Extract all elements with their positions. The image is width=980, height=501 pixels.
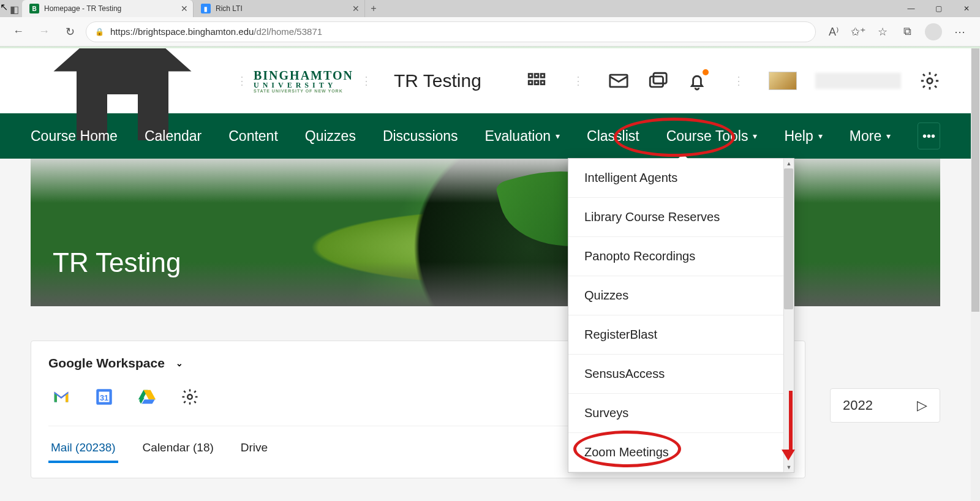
nav-discussions[interactable]: Discussions	[383, 128, 458, 145]
url-path: /d2l/home/53871	[254, 26, 322, 37]
google-drive-icon[interactable]	[137, 386, 157, 407]
collections-icon[interactable]: ⧉	[900, 25, 914, 39]
nav-course-tools[interactable]: Course Tools▾	[666, 128, 758, 145]
banner-title: TR Testing	[53, 247, 181, 278]
chevron-down-icon: ▾	[818, 131, 823, 141]
profile-avatar-icon[interactable]	[925, 23, 942, 40]
dropdown-item[interactable]: Surveys	[568, 394, 794, 433]
svg-rect-0	[529, 74, 532, 78]
gmail-icon[interactable]	[51, 386, 72, 407]
chevron-down-icon: ▾	[886, 131, 891, 141]
subscriptions-icon[interactable]	[647, 70, 668, 91]
separator-dots-icon: ⋮	[733, 74, 743, 88]
close-tab-icon[interactable]: ✕	[352, 4, 360, 13]
next-arrow-icon[interactable]: ▷	[917, 397, 927, 413]
dropdown-item[interactable]: Panopto Recordings	[568, 237, 794, 276]
chevron-down-icon[interactable]: ⌄	[176, 358, 183, 368]
svg-rect-8	[654, 73, 666, 83]
logo-line1: BINGHAMTON	[254, 69, 353, 81]
home-icon[interactable]	[31, 48, 214, 175]
dropdown-item[interactable]: SensusAccess	[568, 355, 794, 394]
nav-course-home[interactable]: Course Home	[31, 128, 118, 145]
browser-toolbar: ← → ↻ 🔒 https://brightspace.binghamton.e…	[0, 17, 980, 47]
svg-rect-1	[535, 74, 538, 78]
course-tools-dropdown: Intelligent Agents Library Course Reserv…	[568, 158, 794, 473]
svg-point-9	[927, 78, 933, 84]
nav-classlist[interactable]: Classlist	[587, 128, 639, 145]
favorite-add-icon[interactable]: ✩⁺	[851, 25, 865, 39]
svg-rect-2	[541, 74, 545, 78]
svg-rect-4	[535, 81, 538, 85]
browser-menu-icon[interactable]: ⋯	[953, 25, 967, 39]
scrollbar-thumb[interactable]	[971, 48, 979, 312]
separator-dots-icon: ⋮	[573, 74, 582, 88]
user-name[interactable]	[815, 73, 901, 89]
nav-evaluation[interactable]: Evaluation▾	[485, 128, 560, 145]
dropdown-arrow-icon	[677, 154, 688, 159]
dropdown-scrollbar[interactable]: ▲ ▼	[783, 159, 794, 472]
nav-content[interactable]: Content	[228, 128, 278, 145]
gw-tab-drive[interactable]: Drive	[238, 437, 270, 463]
settings-gear-icon[interactable]	[179, 386, 200, 407]
banner-image	[31, 159, 940, 306]
favicon-icon: B	[29, 4, 39, 13]
refresh-button[interactable]: ↻	[60, 22, 80, 42]
browser-tab[interactable]: ▮ Rich LTI ✕	[194, 0, 365, 17]
read-aloud-icon[interactable]: A⁾	[827, 25, 840, 39]
notification-badge	[703, 69, 709, 75]
svg-text:31: 31	[100, 393, 108, 402]
google-calendar-icon[interactable]: 31	[94, 386, 115, 407]
browser-tab[interactable]: B Homepage - TR Testing ✕	[22, 0, 194, 17]
back-button[interactable]: ←	[9, 22, 28, 42]
close-window-button[interactable]: ✕	[952, 0, 980, 17]
widget-title: Google Workspace	[48, 356, 165, 371]
scroll-up-arrow-icon[interactable]: ▲	[784, 159, 794, 168]
address-bar[interactable]: 🔒 https://brightspace.binghamton.edu/d2l…	[86, 21, 816, 42]
minimize-button[interactable]: —	[897, 0, 925, 17]
settings-gear-icon[interactable]	[919, 70, 940, 91]
gw-tab-calendar[interactable]: Calendar (18)	[140, 437, 216, 463]
nav-overflow-button[interactable]: •••	[918, 122, 940, 149]
apps-grid-icon[interactable]	[526, 70, 547, 91]
user-avatar[interactable]	[769, 72, 797, 90]
tab-title: Rich LTI	[216, 4, 243, 13]
close-tab-icon[interactable]: ✕	[181, 4, 188, 13]
favorites-icon[interactable]: ☆	[876, 25, 889, 39]
tab-title: Homepage - TR Testing	[44, 4, 121, 13]
course-banner: TR Testing	[31, 159, 940, 306]
window-controls: — ▢ ✕	[897, 0, 980, 17]
calendar-year: 2022	[843, 397, 873, 413]
svg-rect-5	[541, 81, 545, 85]
scroll-down-arrow-icon[interactable]: ▼	[784, 462, 794, 472]
notifications-bell-icon[interactable]	[687, 70, 707, 91]
dropdown-item[interactable]: RegisterBlast	[568, 315, 794, 355]
separator-dots-icon: ⋮	[236, 74, 246, 88]
nav-quizzes[interactable]: Quizzes	[305, 128, 356, 145]
chevron-down-icon: ▾	[556, 131, 560, 141]
nav-help[interactable]: Help▾	[784, 128, 822, 145]
cursor-icon: ↖	[0, 1, 8, 13]
university-logo[interactable]: BINGHAMTON UNIVERSITY STATE UNIVERSITY O…	[254, 69, 353, 93]
course-title[interactable]: TR Testing	[394, 70, 481, 91]
scrollbar-thumb[interactable]	[784, 168, 793, 309]
forward-button[interactable]: →	[34, 22, 54, 42]
new-tab-button[interactable]: +	[365, 0, 382, 17]
chevron-down-icon: ▾	[753, 131, 757, 141]
gw-tab-mail[interactable]: Mail (20238)	[48, 437, 118, 463]
app-header: ⋮ BINGHAMTON UNIVERSITY STATE UNIVERSITY…	[0, 48, 971, 113]
favicon-icon: ▮	[201, 4, 211, 13]
maximize-button[interactable]: ▢	[925, 0, 952, 17]
logo-line3: STATE UNIVERSITY OF NEW YORK	[254, 89, 353, 93]
dropdown-item-zoom-meetings[interactable]: Zoom Meetings	[568, 433, 794, 472]
browser-tab-strip: ◧ B Homepage - TR Testing ✕ ▮ Rich LTI ✕…	[0, 0, 980, 17]
dropdown-item[interactable]: Intelligent Agents	[568, 159, 794, 198]
nav-more[interactable]: More▾	[850, 128, 891, 145]
tab-actions-icon[interactable]: ◧	[6, 1, 22, 17]
page-scrollbar[interactable]	[971, 48, 980, 501]
nav-calendar[interactable]: Calendar	[145, 128, 202, 145]
messages-icon[interactable]	[608, 70, 629, 91]
url-host: https://brightspace.binghamton.edu	[110, 26, 254, 37]
logo-line2: UNIVERSITY	[254, 81, 353, 89]
dropdown-item[interactable]: Library Course Reserves	[568, 198, 794, 237]
dropdown-item[interactable]: Quizzes	[568, 276, 794, 315]
